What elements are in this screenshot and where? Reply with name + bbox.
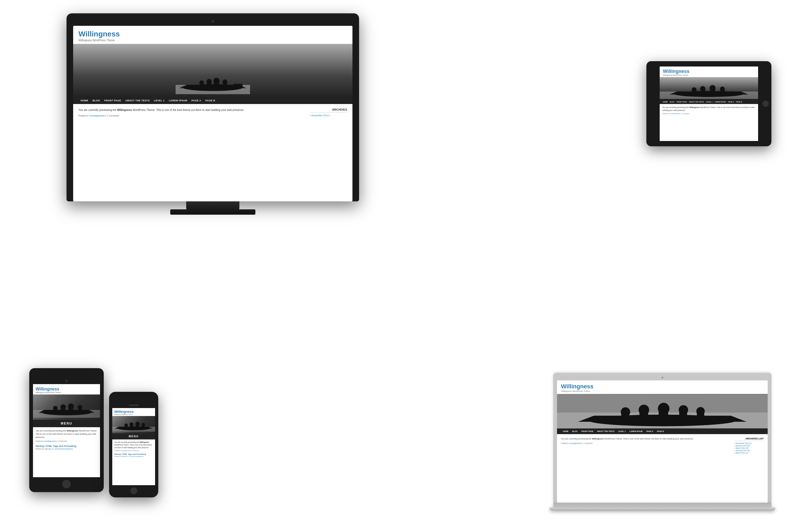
ipad-portrait-link[interactable]: Uncategorized <box>44 440 56 442</box>
monitor-nav-pageb[interactable]: PAGE B <box>203 97 217 104</box>
ipad-landscape-nav-front[interactable]: FRONT PAGE <box>676 100 688 104</box>
iphone-markup: Markup: HTML Tags and Formatting Posted … <box>114 453 153 457</box>
monitor-wp-header: Willingness Willingness WordPress Theme <box>73 26 353 44</box>
laptop-subtitle: Willingness WordPress Theme <box>561 390 764 392</box>
monitor-wp-site: Willingness Willingness WordPress Theme <box>73 26 353 201</box>
monitor-screen: Willingness Willingness WordPress Theme <box>73 26 353 201</box>
monitor-sidebar-title: ARCHIVES <box>310 108 347 113</box>
monitor-nav-blog[interactable]: BLOG <box>91 97 102 104</box>
monitor-frame: Willingness Willingness WordPress Theme <box>66 13 359 201</box>
laptop-sidebar-mar2012[interactable]: March 2012 (5) <box>735 447 764 449</box>
ipad-portrait-screen: Willingness Willingness WordPress Theme <box>33 384 100 477</box>
iphone-markup-title[interactable]: Markup: HTML Tags and Formatting <box>114 453 153 455</box>
svg-rect-21 <box>710 89 715 94</box>
monitor-sidebar-nov2013[interactable]: November 2013 ( <box>310 114 347 117</box>
iphone-markup-meta: Posted on January 11, 2013 by themedemos <box>114 456 153 457</box>
laptop-sidebar-jan2013[interactable]: January 2013 (5) <box>735 445 764 446</box>
laptop-nav-home[interactable]: HOME <box>561 429 570 434</box>
laptop-sidebar-nov2013[interactable]: November 2013 (1) <box>735 442 764 444</box>
svg-rect-55 <box>659 411 668 418</box>
ipad-portrait-date[interactable]: January 11, 2013 <box>44 448 59 450</box>
ipad-landscape-home-btn[interactable] <box>762 100 769 107</box>
ipad-landscape-nav-pagea[interactable]: PAGE A <box>727 100 735 104</box>
laptop-nav-about[interactable]: ABOUT THE TESTS <box>595 429 616 434</box>
iphone-link[interactable]: Uncategorized <box>121 450 130 451</box>
laptop-nav-blog[interactable]: BLOG <box>570 429 580 434</box>
ipad-landscape-header: Willingness Willingness WordPress Theme <box>660 66 758 77</box>
ipad-portrait-author[interactable]: themedemos <box>62 448 73 450</box>
ipad-portrait-home[interactable] <box>62 480 71 488</box>
ipad-landscape-nav-about[interactable]: ABOUT THE TESTS <box>688 100 705 104</box>
laptop-nav: HOME BLOG FRONT PAGE ABOUT THE TESTS LEV… <box>557 429 768 434</box>
ipad-landscape-wp: Willingness Willingness WordPress Theme <box>660 66 758 116</box>
svg-rect-19 <box>701 90 705 95</box>
laptop-sidebar-jan2012[interactable]: January 2012 (8) <box>735 450 764 451</box>
iphone-meta: Posted in Uncategorized | 1 Comment <box>114 450 153 451</box>
iphone-title: Willingness <box>114 410 153 414</box>
ipad-portrait-meta: Posted in Uncategorized | 1 Comment <box>36 440 97 442</box>
laptop-device: Willingness Willingness WordPress Theme <box>553 373 772 511</box>
monitor-post-text: You are currently previewing the Willing… <box>78 108 305 112</box>
iphone-home-btn[interactable] <box>130 487 137 494</box>
monitor-nav-level[interactable]: LEVEL 1 <box>152 97 167 104</box>
ipad-portrait-frame: Willingness Willingness WordPress Theme <box>29 368 104 492</box>
iphone-header: Willingness Willingness WordPress Theme <box>112 408 155 416</box>
monitor-nav-front[interactable]: FRONT PAGE <box>102 97 123 104</box>
monitor-nav-lorem[interactable]: LOREM IPSUM <box>167 97 189 104</box>
monitor-stand <box>186 201 240 209</box>
monitor-post-link[interactable]: Uncategorized <box>89 114 104 117</box>
monitor-nav-home[interactable]: HOME <box>78 97 91 104</box>
laptop-post-link[interactable]: Uncategorized <box>569 442 581 444</box>
laptop-wp: Willingness Willingness WordPress Theme <box>557 380 768 503</box>
ipad-landscape-post: You are currently previewing the Willing… <box>662 106 756 112</box>
laptop-nav-pagea[interactable]: PAGE A <box>645 429 655 434</box>
svg-rect-9 <box>214 82 219 88</box>
laptop-hero <box>557 394 768 429</box>
laptop-nav-level[interactable]: LEVEL 1 <box>616 429 627 434</box>
laptop-nav-lorem[interactable]: LOREM IPSUM <box>627 429 644 434</box>
svg-rect-51 <box>621 414 629 422</box>
ipad-landscape-subtitle: Willingness WordPress Theme <box>663 74 755 76</box>
monitor-wp-main: You are currently previewing the Willing… <box>78 108 305 118</box>
svg-rect-11 <box>223 83 227 88</box>
ipad-portrait-post: You are currently previewing the Willing… <box>36 429 97 439</box>
ipad-landscape-meta-link[interactable]: Uncategorized <box>669 113 680 114</box>
monitor-post-meta: Posted in Uncategorized | 1 Comment <box>78 114 305 117</box>
ipad-landscape-nav-pageb[interactable]: PAGE B <box>735 100 743 104</box>
laptop-title: Willingness <box>561 383 764 390</box>
ipad-portrait-boat <box>33 395 100 420</box>
ipad-portrait-markup: Markup: HTML Tags and Formatting Posted … <box>36 445 97 450</box>
laptop-nav-front[interactable]: FRONT PAGE <box>580 429 595 434</box>
ipad-portrait-menu: MENU <box>33 420 100 427</box>
laptop-header: Willingness Willingness WordPress Theme <box>557 380 768 394</box>
ipad-landscape-nav-level[interactable]: LEVEL 1 <box>705 100 714 104</box>
laptop-sidebar-mar2011[interactable]: March 2011 (1) <box>735 452 764 454</box>
monitor-camera <box>211 20 214 23</box>
monitor-wp-subtitle: Willingness WordPress Theme <box>78 39 347 42</box>
ipad-landscape-frame: Willingness Willingness WordPress Theme <box>646 61 772 146</box>
laptop-base-bottom <box>549 508 775 511</box>
laptop-post-meta: Posted in Uncategorized | 1 Comment <box>561 442 730 444</box>
ipad-landscape-hero <box>660 77 758 100</box>
svg-rect-30 <box>61 408 65 413</box>
ipad-portrait-camera <box>65 380 68 382</box>
laptop-nav-pageb[interactable]: PAGE B <box>655 429 666 434</box>
ipad-landscape-nav-blog[interactable]: BLOG <box>669 100 676 104</box>
iphone-date[interactable]: January 11, 2013 <box>121 456 133 457</box>
ipad-landscape-nav-lorem[interactable]: LOREM IPSUM <box>714 100 727 104</box>
laptop-main: You are currently previewing the Willing… <box>561 437 730 454</box>
ipad-landscape-content: You are currently previewing the Willing… <box>660 104 758 116</box>
monitor-nav-about[interactable]: ABOUT THE TESTS <box>123 97 152 104</box>
ipad-landscape-nav-home[interactable]: HOME <box>662 100 669 104</box>
svg-rect-32 <box>69 408 73 412</box>
ipad-portrait-markup-title[interactable]: Markup: HTML Tags and Formatting <box>36 445 97 448</box>
iphone-author[interactable]: themedemos <box>135 456 144 457</box>
ipad-landscape-title: Willingness <box>663 69 755 74</box>
laptop-screen: Willingness Willingness WordPress Theme <box>557 380 768 503</box>
monitor-device: Willingness Willingness WordPress Theme <box>66 13 359 215</box>
monitor-nav-pagea[interactable]: PAGE A <box>189 97 204 104</box>
svg-marker-15 <box>669 92 748 94</box>
iphone-boat <box>112 416 155 433</box>
iphone-content: You are currently previewing the Willing… <box>112 439 155 459</box>
ipad-landscape-meta: Posted in Uncategorized | 1 Comment <box>662 113 756 114</box>
